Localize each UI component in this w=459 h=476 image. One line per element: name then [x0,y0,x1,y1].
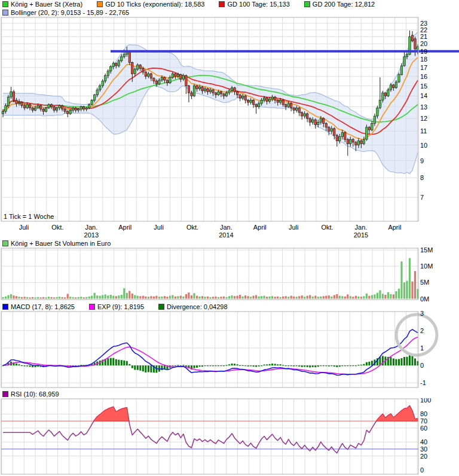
volume-legend-row: König + Bauer St Volumen in Euro [0,239,459,248]
svg-text:7: 7 [420,194,424,201]
svg-text:3: 3 [420,311,424,317]
legend-label: GD 200 Tage: 12,812 [313,1,375,8]
legend-label: MACD (17, 8): 1,8625 [11,303,75,310]
svg-text:80: 80 [420,410,427,417]
main-legend: König + Bauer St (Xetra)GD 10 Ticks (exp… [0,0,459,17]
svg-text:17: 17 [420,64,427,71]
legend-item: MACD (17, 8): 1,8625 [2,303,75,311]
svg-text:20: 20 [420,453,427,460]
svg-text:1: 1 [420,344,424,352]
svg-text:70: 70 [420,417,427,425]
svg-text:100: 100 [420,398,431,404]
svg-text:April: April [388,224,401,231]
svg-text:18: 18 [420,56,427,63]
legend-item: König + Bauer St Volumen in Euro [2,240,111,248]
rsi-legend-row: RSI (10): 68,959 [0,390,459,398]
svg-text:0M: 0M [420,295,429,303]
svg-text:11: 11 [420,127,427,135]
macd-chart: 3210-1 [0,311,459,390]
svg-text:9: 9 [420,157,424,164]
legend-label: Bollinger (20, 2): 9,0153 - 15,89 - 22,7… [11,9,129,16]
legend-label: König + Bauer St (Xetra) [11,1,82,8]
macd-legend-row: MACD (17, 8): 1,8625EXP (9): 1,8195Diver… [0,303,459,311]
legend-item: Bollinger (20, 2): 9,0153 - 15,89 - 22,7… [2,9,129,17]
legend-swatch-icon [304,1,310,7]
svg-text:16: 16 [420,73,427,80]
legend-label: GD 10 Ticks (exponential): 18,583 [105,1,204,8]
legend-label: RSI (10): 68,959 [11,390,59,398]
legend-swatch-icon [2,1,8,7]
svg-text:10M: 10M [420,263,433,270]
svg-text:8: 8 [420,174,424,181]
price-chart-panel[interactable]: 23222120191817161514131211109871 Tick = … [0,17,459,239]
svg-text:0: 0 [420,466,424,474]
svg-text:Jan.: Jan. [355,224,368,231]
svg-text:Okt.: Okt. [186,224,198,231]
legend-swatch-icon [2,240,8,246]
svg-text:Juli: Juli [154,224,164,231]
legend-swatch-icon [2,304,8,310]
price-legend-row-2: Bollinger (20, 2): 9,0153 - 15,89 - 22,7… [0,8,459,17]
svg-text:0: 0 [420,362,424,369]
svg-text:5M: 5M [420,279,429,286]
legend-swatch-icon [219,1,225,7]
legend-swatch-icon [97,1,103,7]
legend-swatch-icon [2,10,8,16]
svg-text:21: 21 [420,33,427,40]
svg-text:13: 13 [420,103,427,111]
svg-text:15: 15 [420,83,427,90]
svg-text:14: 14 [420,92,427,99]
svg-text:12: 12 [420,115,427,122]
svg-text:April: April [253,224,267,231]
svg-text:30: 30 [420,446,427,453]
chart-page: { "legends": { "main_row1": [ {"label": … [0,0,459,476]
svg-text:2015: 2015 [354,231,368,239]
svg-text:Jan.: Jan. [220,224,232,231]
legend-item: GD 200 Tage: 12,812 [304,1,375,8]
legend-item: GD 10 Ticks (exponential): 18,583 [97,1,204,8]
svg-text:April: April [118,224,131,231]
svg-text:20: 20 [420,40,427,47]
svg-text:2014: 2014 [219,231,233,239]
legend-item: GD 100 Tage: 15,133 [219,1,289,8]
svg-text:19: 19 [420,48,427,55]
svg-text:Okt.: Okt. [51,224,63,231]
price-legend-row-1: König + Bauer St (Xetra)GD 10 Ticks (exp… [0,0,459,8]
legend-item: König + Bauer St (Xetra) [2,1,82,8]
svg-text:Jan.: Jan. [85,224,97,231]
svg-text:10: 10 [420,142,427,149]
legend-label: König + Bauer St Volumen in Euro [11,240,111,247]
volume-chart: 15M10M5M0M [0,248,459,303]
svg-text:1 Tick = 1 Woche: 1 Tick = 1 Woche [4,213,54,220]
svg-text:60: 60 [420,425,427,432]
legend-item: EXP (9): 1,8195 [89,303,144,311]
svg-text:15M: 15M [420,248,433,254]
legend-swatch-icon [2,391,8,397]
svg-text:40: 40 [420,438,427,446]
legend-swatch-icon [158,304,164,310]
rsi-chart-panel[interactable]: 1008070604030200 [0,398,459,476]
legend-item: RSI (10): 68,959 [2,390,59,398]
legend-swatch-icon [89,304,95,310]
volume-chart-panel[interactable]: 15M10M5M0M [0,248,459,303]
svg-text:22: 22 [420,26,427,33]
rsi-chart: 1008070604030200 [0,398,459,476]
legend-item: Divergence: 0,04298 [158,303,228,311]
svg-text:2: 2 [420,327,424,334]
price-chart: 23222120191817161514131211109871 Tick = … [0,17,459,239]
svg-text:-1: -1 [420,379,426,386]
macd-chart-panel[interactable]: 3210-1 [0,311,459,390]
svg-text:Juli: Juli [19,224,29,231]
svg-text:Okt.: Okt. [322,224,333,231]
legend-label: EXP (9): 1,8195 [97,303,144,310]
legend-label: Divergence: 0,04298 [167,303,228,310]
svg-text:Juli: Juli [289,224,299,231]
legend-label: GD 100 Tage: 15,133 [227,1,289,8]
svg-text:2013: 2013 [84,231,99,239]
